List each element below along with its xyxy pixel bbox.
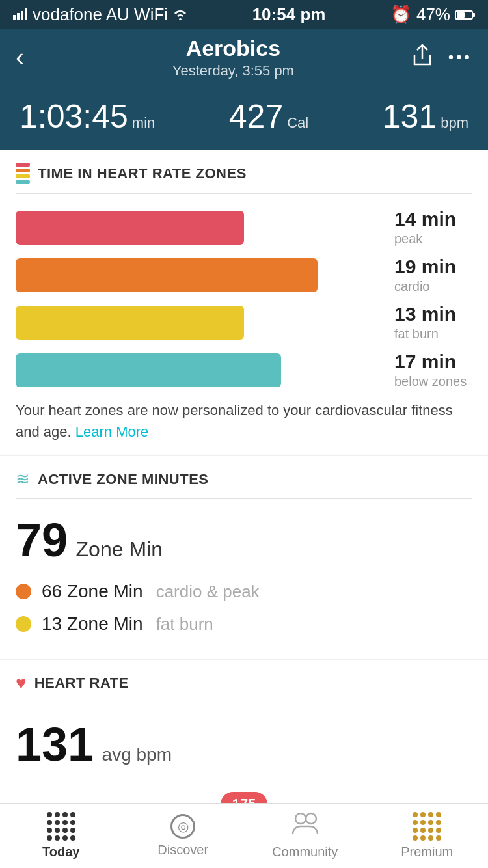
status-time: 10:54 pm (252, 5, 326, 25)
svg-point-7 (295, 813, 306, 824)
svg-rect-2 (21, 11, 23, 20)
zone-bar-container-0 (16, 211, 384, 245)
status-right: ⏰ 47% (390, 5, 475, 25)
nav-community[interactable]: Community (253, 812, 357, 860)
today-label: Today (42, 845, 79, 860)
hr-zones-header: TIME IN HEART RATE ZONES (16, 163, 472, 194)
hr-avg-value: 131 (16, 718, 94, 770)
stats-bar: 1:03:45 min 427 Cal 131 bpm (0, 86, 488, 150)
calories-unit: Cal (287, 115, 308, 131)
today-icon (47, 812, 75, 841)
zone-bar-container-3 (16, 353, 384, 387)
status-bar: vodafone AU WiFi 10:54 pm ⏰ 47% (0, 0, 488, 29)
wifi-icon (173, 5, 187, 25)
zone-name-2: fat burn (394, 327, 472, 342)
zone-bar-container-1 (16, 258, 384, 292)
premium-label: Premium (401, 845, 453, 860)
zone-name-1: cardio (394, 279, 472, 294)
azm-total-unit: Zone Min (76, 537, 163, 561)
zone-name-0: peak (394, 232, 472, 247)
hr-avg: 131 avg bpm (16, 718, 472, 771)
hr-zones-title: TIME IN HEART RATE ZONES (38, 165, 247, 182)
svg-rect-5 (472, 13, 475, 17)
zones-stack-icon (16, 163, 30, 184)
hr-avg-unit: avg bpm (102, 744, 172, 765)
nav-header: ‹ Aerobics Yesterday, 3:55 pm ••• (0, 29, 488, 86)
nav-discover[interactable]: ◎ Discover (131, 814, 235, 858)
battery-text: 47% (416, 5, 450, 25)
zone-minutes-2: 13 min (394, 303, 472, 325)
header-title-block: Aerobics Yesterday, 3:55 pm (172, 36, 294, 79)
zone-row-1: 19 min cardio (16, 256, 472, 294)
svg-point-8 (306, 813, 316, 824)
share-button[interactable] (412, 44, 433, 72)
zone-bar-3 (16, 353, 281, 387)
azm-title: ACTIVE ZONE MINUTES (38, 471, 209, 488)
azm-row-0: 66 Zone Min cardio & peak (16, 581, 472, 602)
zone-label-3: 17 min below zones (394, 351, 472, 389)
discover-icon: ◎ (170, 814, 195, 839)
bottom-nav: Today ◎ Discover Community Premium (0, 803, 488, 868)
azm-row-1: 13 Zone Min fat burn (16, 614, 472, 634)
zone-row-2: 13 min fat burn (16, 303, 472, 342)
signal-icon (13, 5, 27, 25)
community-label: Community (272, 845, 338, 860)
azm-count-0: 66 Zone Min (42, 581, 143, 602)
zone-minutes-3: 17 min (394, 351, 472, 373)
heart-rate-zones-section: TIME IN HEART RATE ZONES 14 min peak 19 … (0, 150, 488, 456)
more-button[interactable]: ••• (448, 48, 472, 66)
azm-header: ≋ ACTIVE ZONE MINUTES (16, 469, 472, 499)
alarm-icon: ⏰ (390, 5, 411, 25)
hr-zones-note: Your heart zones are now personalized to… (16, 400, 472, 442)
nav-actions: ••• (412, 44, 472, 72)
carrier-text: vodafone AU WiFi (33, 5, 168, 25)
azm-total: 79 Zone Min (16, 513, 472, 567)
azm-dot-1 (16, 616, 31, 632)
zone-bar-container-2 (16, 306, 384, 340)
hr-title: HEART RATE (34, 675, 129, 692)
azm-count-1: 13 Zone Min (42, 614, 143, 634)
zone-row-0: 14 min peak (16, 208, 472, 247)
zone-bar-0 (16, 211, 244, 245)
zone-minutes-1: 19 min (394, 256, 472, 278)
hr-header: ♥ HEART RATE (16, 673, 472, 703)
svg-rect-3 (25, 8, 27, 20)
premium-icon (413, 812, 441, 841)
duration-unit: min (132, 115, 155, 131)
nav-premium[interactable]: Premium (375, 812, 479, 860)
svg-rect-0 (13, 15, 16, 20)
back-button[interactable]: ‹ (16, 44, 55, 72)
heart-icon: ♥ (16, 673, 27, 694)
calories-value: 427 (229, 98, 283, 135)
azm-desc-1: fat burn (156, 614, 213, 634)
bpm-unit: bpm (441, 115, 468, 131)
header-title: Aerobics (172, 36, 294, 61)
status-carrier: vodafone AU WiFi (13, 5, 187, 25)
svg-rect-6 (457, 12, 465, 18)
stat-bpm: 131 bpm (383, 98, 468, 135)
learn-more-link[interactable]: Learn More (75, 424, 149, 440)
zone-rows: 14 min peak 19 min cardio 13 min fat bur… (16, 208, 472, 389)
nav-today[interactable]: Today (9, 812, 113, 860)
azm-dot-0 (16, 584, 31, 599)
zone-minutes-0: 14 min (394, 208, 472, 230)
community-icon (291, 812, 319, 841)
active-zone-minutes-section: ≋ ACTIVE ZONE MINUTES 79 Zone Min 66 Zon… (0, 456, 488, 660)
zone-row-3: 17 min below zones (16, 351, 472, 389)
zone-label-0: 14 min peak (394, 208, 472, 247)
azm-desc-0: cardio & peak (156, 582, 260, 602)
duration-value: 1:03:45 (20, 98, 128, 135)
zone-name-3: below zones (394, 374, 472, 389)
discover-label: Discover (157, 843, 208, 858)
zone-bar-2 (16, 306, 244, 340)
azm-total-value: 79 (16, 514, 68, 566)
zone-label-1: 19 min cardio (394, 256, 472, 294)
azm-rows: 66 Zone Min cardio & peak 13 Zone Min fa… (16, 581, 472, 634)
svg-rect-1 (17, 13, 20, 20)
bpm-value: 131 (383, 98, 437, 135)
header-subtitle: Yesterday, 3:55 pm (172, 62, 294, 79)
battery-icon (455, 5, 475, 25)
stat-calories: 427 Cal (229, 98, 308, 135)
zone-bar-1 (16, 258, 318, 292)
waves-icon: ≋ (16, 469, 30, 489)
